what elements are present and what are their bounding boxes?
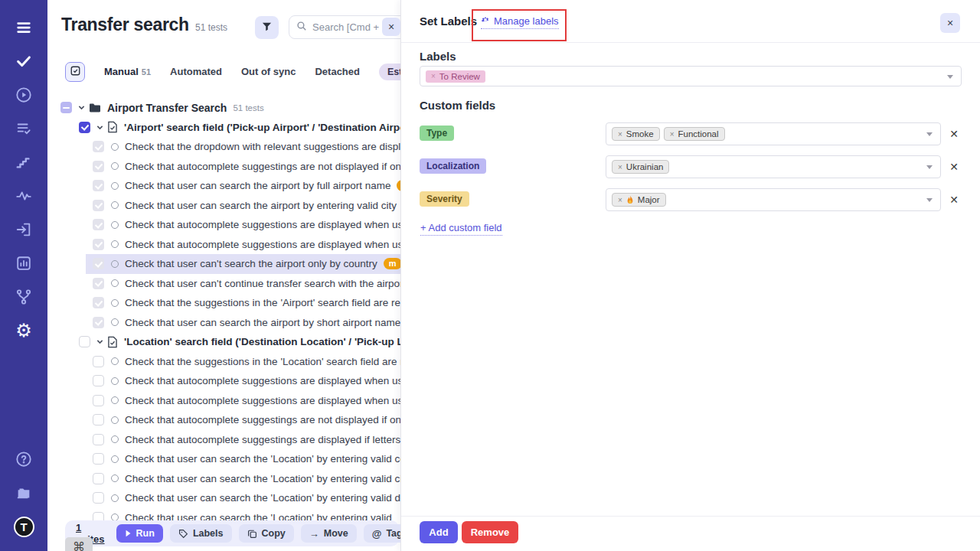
test-row[interactable]: Check that user can search the 'Location…: [47, 449, 400, 469]
status-circle-icon: [111, 162, 119, 170]
test-row[interactable]: Check that the suggestions in the 'Airpo…: [47, 293, 400, 313]
test-row[interactable]: Check that autocomplete suggestions are …: [47, 215, 400, 235]
row-checkbox-unchecked[interactable]: [93, 414, 104, 425]
row-checkbox-unchecked[interactable]: [93, 356, 104, 367]
select-all-button[interactable]: [65, 62, 85, 82]
status-circle-icon: [111, 416, 119, 424]
chevron-down-icon[interactable]: [77, 103, 86, 112]
remove-field-button[interactable]: ✕: [946, 126, 962, 142]
sidebar-item-runs-play[interactable]: [0, 78, 47, 112]
row-checkbox-unchecked[interactable]: [93, 473, 104, 484]
tag-text: Major: [638, 195, 660, 204]
suite-root-row[interactable]: Airport Transfer Search51 tests: [47, 98, 400, 118]
sidebar-item-account[interactable]: T: [0, 510, 47, 543]
suite-row[interactable]: 'Airport' search field ('Pick-up Airport…: [47, 118, 400, 138]
row-title: Check that user can search the airport b…: [125, 180, 390, 191]
row-checkbox-unchecked[interactable]: [93, 375, 104, 386]
test-row[interactable]: Check that autocomplete suggestings are …: [47, 430, 400, 450]
sidebar-item-integrations-branch[interactable]: [0, 280, 47, 314]
row-title: Check that user can search the 'Location…: [125, 492, 400, 504]
suite-row[interactable]: 'Location' search field ('Destination Lo…: [47, 332, 400, 352]
remove-tag-icon[interactable]: ×: [618, 130, 622, 139]
remove-tag-icon[interactable]: ×: [431, 72, 436, 80]
row-checkbox-checked-muted[interactable]: [93, 239, 104, 250]
row-title: Check that autocomplete suggestings are …: [125, 161, 400, 172]
status-circle-icon: [111, 143, 119, 151]
row-checkbox-checked-muted[interactable]: [93, 141, 104, 152]
sidebar-item-plans-list-check[interactable]: [0, 112, 47, 145]
sidebar-item-tests-check[interactable]: [0, 44, 47, 78]
sidebar-item-projects-folder[interactable]: [0, 476, 47, 510]
sidebar-item-menu[interactable]: [0, 11, 47, 44]
chevron-down-icon[interactable]: [96, 337, 104, 346]
tab-estimate[interactable]: Estimate: [379, 64, 400, 80]
row-checkbox-checked-muted[interactable]: [93, 317, 104, 328]
labels-button[interactable]: Labels: [170, 524, 232, 543]
tab-manual[interactable]: Manual51: [104, 66, 151, 77]
test-row[interactable]: Check that autocomplete suggestions are …: [47, 235, 400, 255]
tag-text: To Review: [439, 72, 480, 81]
copy-button[interactable]: Copy: [239, 524, 294, 543]
sidebar-item-milestones-steps[interactable]: [0, 145, 47, 179]
test-row[interactable]: Check that autocomplete suggestions are …: [47, 371, 400, 391]
sidebar-item-settings-gear[interactable]: ⚙: [0, 314, 47, 347]
tab-automated[interactable]: Automated: [170, 66, 222, 77]
row-checkbox-unchecked[interactable]: [93, 453, 104, 465]
arrow-right-icon: →: [309, 528, 319, 540]
test-row[interactable]: Check that user can search the 'Location…: [47, 488, 400, 508]
test-list-panel: Transfer search 51 tests × Manual51Autom…: [47, 0, 400, 551]
row-checkbox-unchecked[interactable]: [79, 336, 90, 347]
run-button[interactable]: Run: [116, 524, 163, 543]
row-checkbox-checked-muted[interactable]: [93, 258, 104, 269]
chevron-down-icon: [926, 198, 933, 202]
status-circle-icon: [111, 318, 119, 326]
row-checkbox-checked-muted[interactable]: [93, 161, 104, 172]
row-checkbox-indeterminate[interactable]: [60, 102, 72, 113]
remove-tag-icon[interactable]: ×: [618, 196, 622, 204]
field-select-type[interactable]: ×Smoke×Functional: [606, 122, 941, 145]
field-select-localization[interactable]: ×Ukrainian: [606, 155, 941, 178]
sidebar-item-activity-pulse[interactable]: [0, 179, 47, 213]
row-checkbox-checked-muted[interactable]: [93, 297, 104, 308]
tab-out-of-sync[interactable]: Out of sync: [241, 66, 296, 77]
row-checkbox-checked[interactable]: [79, 122, 90, 133]
close-panel-button[interactable]: ×: [940, 13, 960, 33]
row-checkbox-unchecked[interactable]: [93, 434, 104, 445]
row-checkbox-checked-muted[interactable]: [93, 200, 104, 211]
test-row[interactable]: Check that autocomplete suggestions are …: [47, 391, 400, 411]
sidebar-item-help[interactable]: [0, 442, 47, 476]
remove-field-button[interactable]: ✕: [946, 192, 962, 207]
row-checkbox-unchecked[interactable]: [93, 395, 104, 406]
test-row[interactable]: Check that autocomplete suggestings are …: [47, 410, 400, 430]
labels-select[interactable]: ×To Review: [420, 66, 962, 86]
sidebar-item-reports-chart[interactable]: [0, 246, 47, 280]
test-row[interactable]: Check that user can search the airport b…: [47, 176, 400, 196]
test-row[interactable]: Check that autocomplete suggestings are …: [47, 157, 400, 177]
manage-labels-link[interactable]: Manage labels: [481, 15, 559, 29]
test-row[interactable]: Check that user can't search the airport…: [47, 254, 400, 274]
test-row[interactable]: Check that user can search the 'Location…: [47, 469, 400, 489]
remove-field-button[interactable]: ✕: [946, 159, 962, 174]
add-custom-field-link[interactable]: + Add custom field: [420, 222, 502, 236]
clear-search-button[interactable]: ×: [382, 18, 400, 36]
test-row[interactable]: Check that user can't continue transfer …: [47, 274, 400, 294]
row-checkbox-checked-muted[interactable]: [93, 180, 104, 191]
chevron-down-icon[interactable]: [96, 123, 104, 132]
row-checkbox-checked-muted[interactable]: [93, 278, 104, 289]
remove-button[interactable]: Remove: [462, 521, 518, 543]
test-row[interactable]: Check that the dropdown with relevant su…: [47, 137, 400, 157]
tags-button[interactable]: @Tags: [364, 524, 400, 543]
filter-button[interactable]: [255, 16, 279, 39]
move-button[interactable]: →Move: [301, 524, 357, 543]
field-select-severity[interactable]: ×Major: [606, 188, 941, 211]
add-button[interactable]: Add: [420, 521, 458, 543]
remove-tag-icon[interactable]: ×: [618, 163, 622, 171]
test-row[interactable]: Check that the suggestions in the 'Locat…: [47, 352, 400, 372]
test-row[interactable]: Check that user can search the airport b…: [47, 313, 400, 333]
sidebar-item-inbox-import[interactable]: [0, 213, 47, 246]
row-checkbox-unchecked[interactable]: [93, 492, 104, 504]
row-checkbox-checked-muted[interactable]: [93, 219, 104, 230]
test-row[interactable]: Check that user can search the airport b…: [47, 196, 400, 216]
remove-tag-icon[interactable]: ×: [670, 130, 675, 139]
tab-detached[interactable]: Detached: [315, 66, 360, 77]
